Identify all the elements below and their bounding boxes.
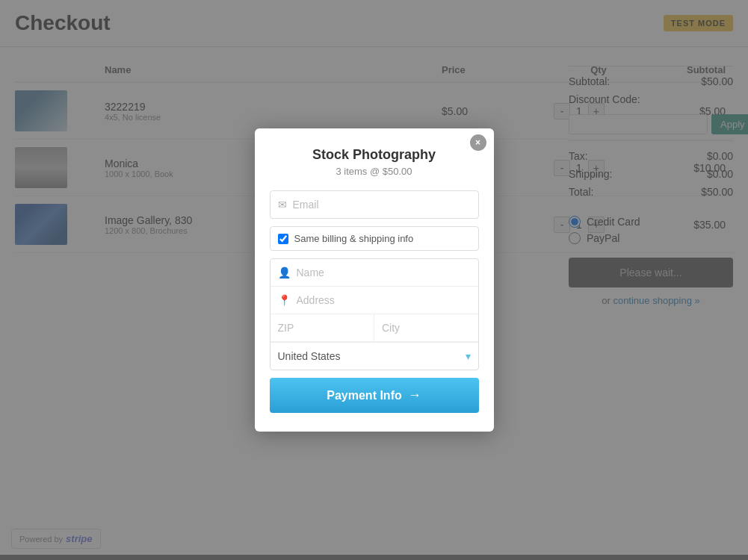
payment-info-button[interactable]: Payment Info → xyxy=(270,378,479,413)
address-input[interactable] xyxy=(297,287,471,314)
modal-title: Stock Photography xyxy=(270,147,479,163)
address-group: 👤 📍 United States Cana xyxy=(270,258,479,370)
email-icon: ✉ xyxy=(278,199,287,211)
modal-overlay: × Stock Photography 3 items @ $50.00 ✉ S… xyxy=(0,0,748,560)
country-row: United States Canada United Kingdom Aust… xyxy=(271,342,478,370)
name-row: 👤 xyxy=(271,259,478,287)
name-input[interactable] xyxy=(297,259,471,286)
modal-close-button[interactable]: × xyxy=(470,134,486,151)
person-icon: 👤 xyxy=(278,267,291,279)
modal-dialog: × Stock Photography 3 items @ $50.00 ✉ S… xyxy=(255,128,494,432)
zip-input[interactable] xyxy=(271,314,374,341)
city-input[interactable] xyxy=(374,314,478,341)
modal-subtitle: 3 items @ $50.00 xyxy=(270,166,479,177)
country-select[interactable]: United States Canada United Kingdom Aust… xyxy=(278,343,466,370)
same-billing-label: Same billing & shipping info xyxy=(294,233,414,244)
email-field-wrapper: ✉ xyxy=(270,190,479,219)
payment-info-label: Payment Info xyxy=(327,389,401,402)
address-row: 📍 xyxy=(271,287,478,314)
zip-city-row xyxy=(271,314,478,342)
same-billing-row: Same billing & shipping info xyxy=(270,226,479,251)
arrow-right-icon: → xyxy=(408,388,421,403)
same-billing-checkbox[interactable] xyxy=(278,234,288,244)
chevron-down-icon: ▾ xyxy=(466,350,471,362)
location-icon: 📍 xyxy=(278,294,291,306)
email-input[interactable] xyxy=(293,191,471,218)
